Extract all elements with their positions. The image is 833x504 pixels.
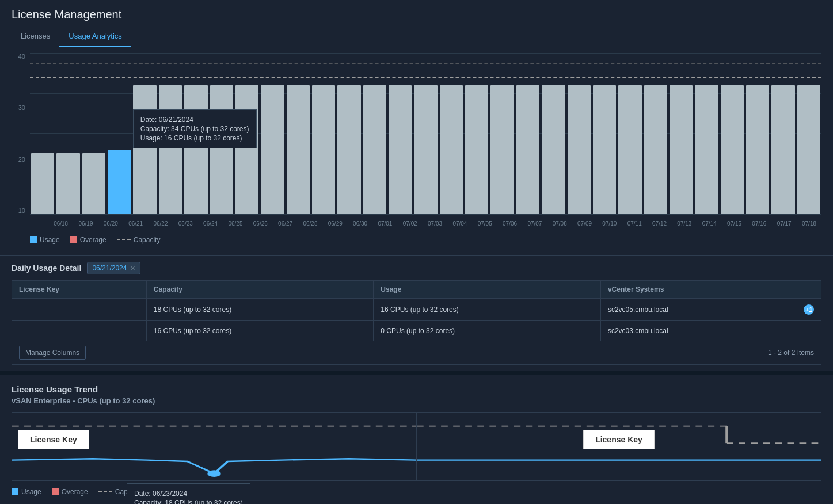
bar-group[interactable] — [695, 53, 718, 214]
bar-group[interactable] — [389, 53, 412, 214]
bar[interactable] — [337, 85, 360, 214]
bar-group[interactable] — [184, 53, 207, 214]
x-label: 07/05 — [473, 220, 497, 227]
bar-group[interactable] — [771, 53, 794, 214]
date-badge[interactable]: 06/21/2024 ✕ — [87, 262, 140, 274]
bar[interactable] — [56, 153, 79, 214]
bar[interactable] — [287, 85, 310, 214]
bar-group[interactable] — [133, 53, 156, 214]
bar-group[interactable] — [235, 53, 258, 214]
cell-license-key-1 — [12, 299, 147, 321]
bar[interactable] — [542, 85, 565, 214]
tab-licenses[interactable]: Licenses — [12, 26, 59, 47]
bar-group[interactable] — [337, 53, 360, 214]
cell-capacity-2: 16 CPUs (up to 32 cores) — [146, 321, 374, 341]
manage-columns-button[interactable]: Manage Columns — [19, 346, 86, 360]
trend-tooltip-capacity: Capacity: 18 CPUs (up to 32 cores) — [134, 499, 243, 504]
plus-badge[interactable]: +1 — [804, 304, 814, 315]
bar-group[interactable] — [312, 53, 335, 214]
bar-group[interactable] — [363, 53, 386, 214]
x-label: 07/12 — [647, 220, 672, 227]
chart-area: Date: 06/21/2024 Capacity: 34 CPUs (up t… — [30, 53, 821, 214]
bar-group[interactable] — [108, 53, 131, 214]
trend-legend: Usage Overage Capacity — [12, 483, 821, 496]
x-label: 07/09 — [572, 220, 597, 227]
bar[interactable] — [389, 85, 412, 214]
bar-group[interactable] — [82, 53, 105, 214]
bar[interactable] — [108, 150, 131, 214]
page-title: License Management — [0, 0, 833, 26]
bar[interactable] — [210, 85, 233, 214]
col-license-key: License Key — [12, 281, 147, 299]
bar-group[interactable] — [670, 53, 693, 214]
trend-section: License Usage Trend vSAN Enterprise - CP… — [0, 371, 833, 502]
bar-group[interactable] — [465, 53, 488, 214]
bar[interactable] — [568, 85, 591, 214]
trend-legend-overage: Overage — [52, 488, 88, 496]
bar[interactable] — [261, 85, 284, 214]
trend-legend-capacity: Capacity — [98, 488, 142, 496]
bar[interactable] — [516, 85, 539, 214]
close-icon[interactable]: ✕ — [130, 265, 135, 272]
trend-subtitle: vSAN Enterprise - CPUs (up to 32 cores) — [12, 396, 821, 405]
y-label-30: 30 — [12, 104, 25, 111]
x-label: 06/19 — [73, 220, 98, 227]
bar-group[interactable] — [644, 53, 667, 214]
bar-group[interactable] — [440, 53, 463, 214]
usage-color-swatch — [30, 236, 37, 243]
bar-group[interactable] — [287, 53, 310, 214]
x-label: 06/20 — [98, 220, 123, 227]
pagination-info: 1 - 2 of 2 Items — [768, 349, 814, 357]
bar[interactable] — [593, 85, 616, 214]
bar-group[interactable] — [568, 53, 591, 214]
y-axis: 40 30 20 10 — [12, 53, 29, 214]
x-label: 07/16 — [747, 220, 771, 227]
bar[interactable] — [414, 85, 437, 214]
bar[interactable] — [644, 85, 667, 214]
bar[interactable] — [363, 85, 386, 214]
x-label: 06/30 — [348, 220, 372, 227]
bar-group[interactable] — [490, 53, 514, 214]
bar-group[interactable] — [159, 53, 182, 214]
bar[interactable] — [133, 85, 156, 214]
bar-group[interactable] — [593, 53, 616, 214]
bar[interactable] — [312, 85, 335, 214]
bar[interactable] — [184, 85, 207, 214]
bar[interactable] — [618, 85, 641, 214]
bar[interactable] — [82, 153, 105, 214]
bar-group[interactable] — [31, 53, 54, 214]
bar-group[interactable] — [797, 53, 820, 214]
bar[interactable] — [490, 85, 514, 214]
bar-group[interactable] — [542, 53, 565, 214]
chart-legend: Usage Overage Capacity — [12, 231, 821, 246]
bar[interactable] — [695, 85, 718, 214]
trend-title: License Usage Trend — [12, 384, 821, 394]
bar-group[interactable] — [746, 53, 769, 214]
bar[interactable] — [771, 85, 794, 214]
bar-group[interactable] — [56, 53, 79, 214]
bar-group[interactable] — [516, 53, 539, 214]
x-label: 06/26 — [248, 220, 273, 227]
bar[interactable] — [797, 85, 820, 214]
bar-group[interactable] — [721, 53, 744, 214]
x-label: 07/07 — [522, 220, 547, 227]
bar[interactable] — [440, 85, 463, 214]
bar-group[interactable] — [210, 53, 233, 214]
bar[interactable] — [31, 153, 54, 214]
bar-group[interactable] — [261, 53, 284, 214]
bar[interactable] — [235, 85, 258, 214]
x-label: 06/28 — [298, 220, 322, 227]
x-label: 07/15 — [722, 220, 747, 227]
x-label: 06/18 — [48, 220, 73, 227]
tab-usage-analytics[interactable]: Usage Analytics — [59, 26, 131, 47]
table-footer: Manage Columns 1 - 2 of 2 Items — [12, 341, 821, 365]
bar-group[interactable] — [414, 53, 437, 214]
bar-group[interactable] — [618, 53, 641, 214]
x-label: 07/03 — [423, 220, 447, 227]
x-label: 07/11 — [622, 220, 647, 227]
bar[interactable] — [670, 85, 693, 214]
bar[interactable] — [746, 85, 769, 214]
bar[interactable] — [159, 85, 182, 214]
bar[interactable] — [465, 85, 488, 214]
bar[interactable] — [721, 85, 744, 214]
